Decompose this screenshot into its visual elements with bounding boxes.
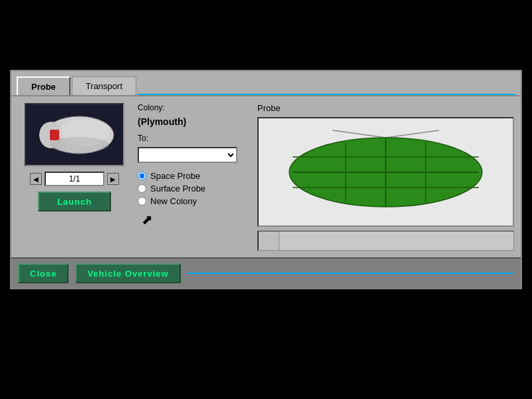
close-button[interactable]: Close: [18, 263, 68, 283]
middle-panel: Colony: (Plymouth) To: Space Probe Surfa…: [138, 103, 251, 251]
radio-new-colony-input[interactable]: [138, 197, 146, 205]
svg-rect-3: [50, 130, 59, 140]
cursor-indicator: ⬈: [142, 211, 251, 227]
probe-info-color-swatch: [258, 231, 279, 251]
probe-display-title: Probe: [257, 103, 514, 113]
right-panel: Probe: [257, 103, 514, 251]
radio-surface-probe-input[interactable]: [138, 184, 146, 193]
launch-button[interactable]: Launch: [38, 192, 111, 211]
radio-group: Space Probe Surface Probe New Colony: [138, 171, 251, 206]
radio-new-colony-label: New Colony: [150, 196, 197, 206]
tab-probe[interactable]: Probe: [17, 76, 70, 95]
main-dialog: Probe Transport: [10, 70, 522, 289]
to-label: To:: [138, 134, 251, 143]
left-panel: ◀ ▶ Launch: [18, 103, 131, 251]
radio-new-colony[interactable]: New Colony: [138, 196, 251, 206]
nav-next-button[interactable]: ▶: [107, 173, 119, 185]
probe-spacecraft-svg: [31, 108, 118, 162]
radio-surface-probe[interactable]: Surface Probe: [138, 184, 251, 194]
radio-surface-probe-label: Surface Probe: [150, 184, 205, 194]
bottom-accent-line: [188, 273, 514, 274]
nav-prev-button[interactable]: ◀: [30, 173, 42, 185]
radio-space-probe-label: Space Probe: [150, 171, 200, 181]
vehicle-overview-button[interactable]: Vehicle Overview: [75, 263, 180, 283]
colony-label: Colony:: [138, 103, 251, 112]
radio-space-probe[interactable]: Space Probe: [138, 171, 251, 181]
svg-point-5: [49, 137, 109, 153]
tab-bar: Probe Transport: [11, 71, 521, 96]
content-area: ◀ ▶ Launch Colony: (Plymouth) To: Space …: [11, 96, 521, 257]
bottom-bar: Close Vehicle Overview: [11, 257, 521, 288]
counter-input[interactable]: [45, 172, 104, 186]
colony-name: (Plymouth): [138, 116, 251, 127]
nav-row: ◀ ▶: [30, 172, 119, 186]
probe-info-box: [257, 231, 514, 251]
probe-display-area: [257, 117, 514, 227]
probe-image: [25, 103, 124, 166]
destination-select[interactable]: [138, 147, 237, 163]
probe-topdown-svg: [279, 129, 492, 215]
tab-transport[interactable]: Transport: [72, 76, 136, 95]
tab-line: [138, 94, 515, 95]
radio-space-probe-input[interactable]: [138, 172, 146, 180]
